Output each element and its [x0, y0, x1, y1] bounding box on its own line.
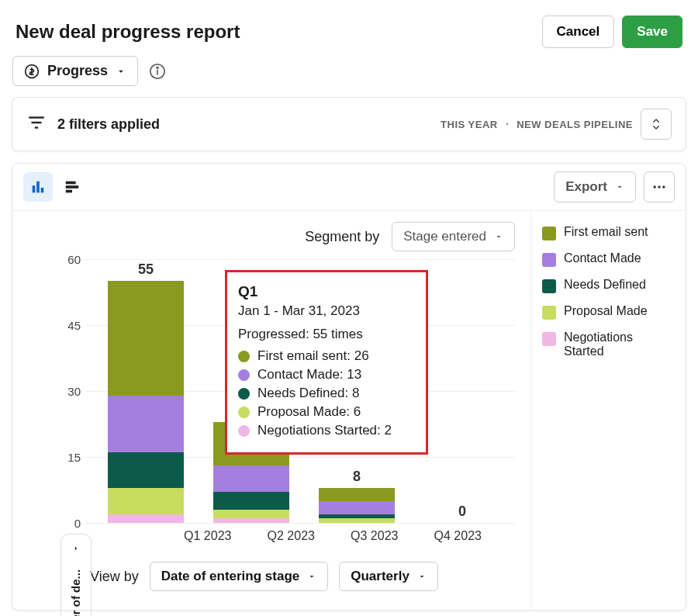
- progress-label: Progress: [47, 63, 108, 79]
- chart-tooltip: Q1 Jan 1 - Mar 31, 2023 Progressed: 55 t…: [225, 270, 428, 455]
- save-button[interactable]: Save: [622, 16, 682, 48]
- tooltip-row: Needs Defined: 8: [238, 386, 415, 401]
- expand-filters-button[interactable]: [641, 109, 672, 140]
- svg-point-14: [658, 185, 660, 188]
- bar-segment: [213, 510, 289, 518]
- tooltip-row: Contact Made: 13: [238, 367, 415, 382]
- x-tick: Q2 2023: [250, 529, 333, 543]
- legend-label: Needs Defined: [564, 278, 646, 292]
- svg-rect-7: [33, 185, 36, 192]
- svg-rect-9: [41, 188, 44, 192]
- chart-view-bar[interactable]: [57, 172, 87, 202]
- legend-item[interactable]: Negotiations Started: [542, 330, 675, 358]
- bar-total-label: 0: [458, 504, 466, 520]
- tooltip-row: Negotiations Started: 2: [238, 423, 415, 438]
- cancel-button[interactable]: Cancel: [542, 16, 615, 48]
- tooltip-row: First email sent: 26: [238, 348, 415, 364]
- tooltip-row-label: Contact Made: 13: [257, 367, 361, 382]
- gridline: [85, 523, 515, 524]
- segment-by-dropdown[interactable]: Stage entered: [392, 222, 515, 251]
- tooltip-dot: [238, 351, 250, 362]
- more-menu-button[interactable]: [644, 171, 675, 202]
- yaxis-label-tab[interactable]: Number of de...: [60, 534, 92, 616]
- bar-segment: [108, 488, 184, 514]
- bar-total-label: 8: [353, 469, 361, 485]
- bar-segment: [108, 452, 184, 487]
- svg-rect-8: [36, 182, 40, 193]
- view-by-interval-value: Quarterly: [351, 569, 409, 584]
- bar-segment: [108, 514, 184, 523]
- segment-by-label: Segment by: [305, 229, 379, 245]
- view-by-date-dropdown[interactable]: Date of entering stage: [150, 562, 329, 591]
- chart-legend: First email sentContact MadeNeeds Define…: [530, 211, 686, 610]
- chevron-right-icon: [72, 542, 80, 555]
- dollar-icon: [24, 64, 40, 79]
- bar-total-label: 55: [138, 261, 154, 278]
- bar-segment: [213, 518, 289, 523]
- filter-chip-year: THIS YEAR: [441, 119, 498, 130]
- segment-by-value: Stage entered: [403, 229, 486, 244]
- tooltip-row-label: Negotiations Started: 2: [257, 423, 392, 438]
- tooltip-dot: [238, 407, 250, 418]
- svg-rect-11: [66, 185, 79, 189]
- tooltip-dot: [238, 425, 250, 437]
- svg-point-15: [662, 185, 665, 188]
- tooltip-row: Proposal Made: 6: [238, 404, 415, 420]
- bar-column[interactable]: 55: [93, 259, 199, 523]
- filter-icon[interactable]: [26, 112, 47, 136]
- svg-point-13: [654, 185, 656, 188]
- y-tick: 60: [62, 253, 81, 266]
- y-tick: 0: [62, 517, 81, 530]
- legend-label: First email sent: [564, 225, 648, 239]
- tooltip-row-label: Proposal Made: 6: [257, 404, 361, 420]
- page-title: New deal progress report: [16, 21, 240, 43]
- x-tick: Q3 2023: [333, 529, 416, 543]
- legend-item[interactable]: Needs Defined: [542, 278, 675, 293]
- tooltip-dot: [238, 369, 250, 381]
- export-label: Export: [565, 179, 607, 195]
- bar-segment: [319, 501, 395, 514]
- legend-label: Contact Made: [564, 251, 641, 265]
- tooltip-progressed: Progressed: 55 times: [238, 327, 415, 342]
- legend-swatch: [542, 332, 556, 346]
- view-by-interval-dropdown[interactable]: Quarterly: [339, 562, 438, 591]
- svg-rect-12: [66, 190, 72, 193]
- info-icon[interactable]: [149, 63, 166, 80]
- export-button[interactable]: Export: [554, 171, 636, 202]
- svg-point-3: [157, 67, 158, 68]
- legend-label: Negotiations Started: [564, 330, 675, 358]
- legend-item[interactable]: First email sent: [542, 225, 675, 241]
- bar-segment: [108, 281, 184, 395]
- x-tick: Q4 2023: [416, 529, 500, 543]
- legend-item[interactable]: Contact Made: [542, 251, 675, 267]
- tooltip-row-label: Needs Defined: 8: [257, 386, 359, 401]
- legend-swatch: [542, 253, 556, 267]
- tooltip-dot: [238, 388, 250, 400]
- legend-swatch: [542, 279, 556, 293]
- legend-swatch: [542, 227, 556, 241]
- tooltip-title: Q1: [238, 283, 415, 300]
- progress-dropdown[interactable]: Progress: [12, 56, 138, 86]
- y-tick: 30: [62, 385, 81, 398]
- legend-swatch: [542, 306, 556, 320]
- tooltip-range: Jan 1 - Mar 31, 2023: [238, 303, 415, 319]
- bar-segment: [319, 518, 395, 523]
- separator-dot: ·: [506, 117, 509, 131]
- bar-segment: [213, 465, 289, 492]
- y-tick: 15: [62, 451, 81, 464]
- legend-label: Proposal Made: [564, 304, 648, 318]
- filter-chip-pipeline: NEW DEALS PIPELINE: [517, 119, 633, 130]
- x-tick: Q1 2023: [166, 529, 250, 543]
- bar-segment: [108, 396, 184, 453]
- bar-segment: [213, 492, 289, 510]
- bar-segment: [319, 488, 395, 501]
- chevron-down-icon: [116, 66, 126, 77]
- y-tick: 45: [62, 319, 81, 332]
- view-by-date-value: Date of entering stage: [161, 569, 300, 584]
- filters-summary: 2 filters applied: [57, 116, 160, 133]
- svg-rect-10: [66, 182, 76, 185]
- chart-view-column[interactable]: [23, 172, 53, 202]
- tooltip-row-label: First email sent: 26: [257, 348, 369, 364]
- legend-item[interactable]: Proposal Made: [542, 304, 675, 320]
- yaxis-label: Number of de...: [70, 569, 83, 616]
